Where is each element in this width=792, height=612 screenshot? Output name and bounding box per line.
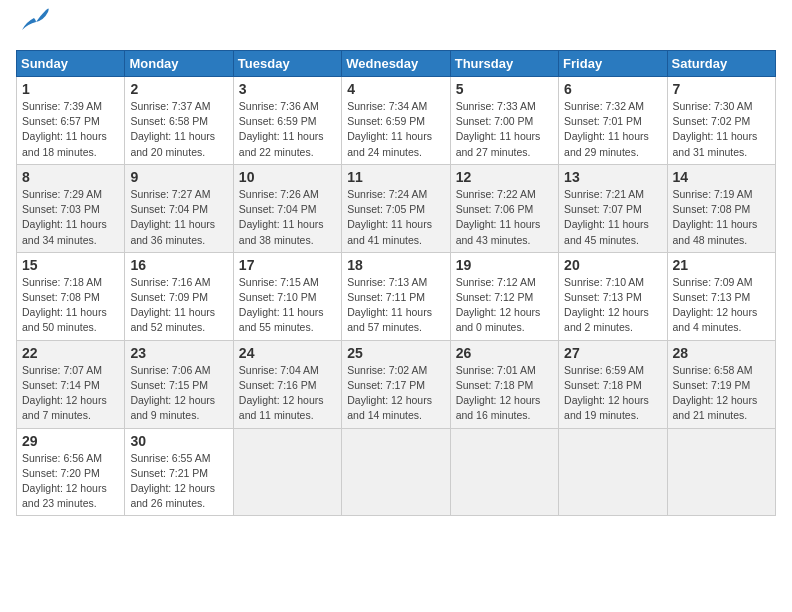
day-number: 3 xyxy=(239,81,336,97)
header-wednesday: Wednesday xyxy=(342,51,450,77)
calendar-cell: 7Sunrise: 7:30 AM Sunset: 7:02 PM Daylig… xyxy=(667,77,775,165)
day-number: 8 xyxy=(22,169,119,185)
calendar-cell: 29Sunrise: 6:56 AM Sunset: 7:20 PM Dayli… xyxy=(17,428,125,516)
calendar-cell xyxy=(667,428,775,516)
calendar-cell: 14Sunrise: 7:19 AM Sunset: 7:08 PM Dayli… xyxy=(667,164,775,252)
day-number: 19 xyxy=(456,257,553,273)
calendar-cell xyxy=(342,428,450,516)
calendar-cell: 1Sunrise: 7:39 AM Sunset: 6:57 PM Daylig… xyxy=(17,77,125,165)
calendar-cell: 17Sunrise: 7:15 AM Sunset: 7:10 PM Dayli… xyxy=(233,252,341,340)
day-number: 12 xyxy=(456,169,553,185)
calendar-cell: 10Sunrise: 7:26 AM Sunset: 7:04 PM Dayli… xyxy=(233,164,341,252)
calendar-cell: 25Sunrise: 7:02 AM Sunset: 7:17 PM Dayli… xyxy=(342,340,450,428)
calendar-cell: 19Sunrise: 7:12 AM Sunset: 7:12 PM Dayli… xyxy=(450,252,558,340)
day-number: 1 xyxy=(22,81,119,97)
day-number: 26 xyxy=(456,345,553,361)
day-info: Sunrise: 7:24 AM Sunset: 7:05 PM Dayligh… xyxy=(347,187,444,248)
day-info: Sunrise: 6:56 AM Sunset: 7:20 PM Dayligh… xyxy=(22,451,119,512)
day-info: Sunrise: 7:19 AM Sunset: 7:08 PM Dayligh… xyxy=(673,187,770,248)
header-monday: Monday xyxy=(125,51,233,77)
calendar-cell: 21Sunrise: 7:09 AM Sunset: 7:13 PM Dayli… xyxy=(667,252,775,340)
day-info: Sunrise: 7:32 AM Sunset: 7:01 PM Dayligh… xyxy=(564,99,661,160)
calendar-table: SundayMondayTuesdayWednesdayThursdayFrid… xyxy=(16,50,776,516)
day-info: Sunrise: 7:27 AM Sunset: 7:04 PM Dayligh… xyxy=(130,187,227,248)
day-number: 11 xyxy=(347,169,444,185)
day-number: 9 xyxy=(130,169,227,185)
calendar-cell: 8Sunrise: 7:29 AM Sunset: 7:03 PM Daylig… xyxy=(17,164,125,252)
day-info: Sunrise: 7:02 AM Sunset: 7:17 PM Dayligh… xyxy=(347,363,444,424)
calendar-cell: 6Sunrise: 7:32 AM Sunset: 7:01 PM Daylig… xyxy=(559,77,667,165)
calendar-week-row: 1Sunrise: 7:39 AM Sunset: 6:57 PM Daylig… xyxy=(17,77,776,165)
calendar-cell: 9Sunrise: 7:27 AM Sunset: 7:04 PM Daylig… xyxy=(125,164,233,252)
day-number: 18 xyxy=(347,257,444,273)
calendar-cell: 5Sunrise: 7:33 AM Sunset: 7:00 PM Daylig… xyxy=(450,77,558,165)
day-info: Sunrise: 7:21 AM Sunset: 7:07 PM Dayligh… xyxy=(564,187,661,248)
calendar-cell: 13Sunrise: 7:21 AM Sunset: 7:07 PM Dayli… xyxy=(559,164,667,252)
day-info: Sunrise: 7:22 AM Sunset: 7:06 PM Dayligh… xyxy=(456,187,553,248)
calendar-cell: 20Sunrise: 7:10 AM Sunset: 7:13 PM Dayli… xyxy=(559,252,667,340)
logo-bird-icon xyxy=(18,6,50,34)
day-info: Sunrise: 7:34 AM Sunset: 6:59 PM Dayligh… xyxy=(347,99,444,160)
calendar-cell: 24Sunrise: 7:04 AM Sunset: 7:16 PM Dayli… xyxy=(233,340,341,428)
day-info: Sunrise: 7:04 AM Sunset: 7:16 PM Dayligh… xyxy=(239,363,336,424)
day-number: 14 xyxy=(673,169,770,185)
day-info: Sunrise: 7:01 AM Sunset: 7:18 PM Dayligh… xyxy=(456,363,553,424)
day-info: Sunrise: 7:30 AM Sunset: 7:02 PM Dayligh… xyxy=(673,99,770,160)
day-info: Sunrise: 7:10 AM Sunset: 7:13 PM Dayligh… xyxy=(564,275,661,336)
day-number: 10 xyxy=(239,169,336,185)
calendar-cell: 11Sunrise: 7:24 AM Sunset: 7:05 PM Dayli… xyxy=(342,164,450,252)
day-info: Sunrise: 7:37 AM Sunset: 6:58 PM Dayligh… xyxy=(130,99,227,160)
calendar-cell: 15Sunrise: 7:18 AM Sunset: 7:08 PM Dayli… xyxy=(17,252,125,340)
day-info: Sunrise: 7:13 AM Sunset: 7:11 PM Dayligh… xyxy=(347,275,444,336)
day-number: 21 xyxy=(673,257,770,273)
header-tuesday: Tuesday xyxy=(233,51,341,77)
calendar-cell xyxy=(450,428,558,516)
day-info: Sunrise: 7:26 AM Sunset: 7:04 PM Dayligh… xyxy=(239,187,336,248)
day-info: Sunrise: 6:59 AM Sunset: 7:18 PM Dayligh… xyxy=(564,363,661,424)
calendar-cell: 30Sunrise: 6:55 AM Sunset: 7:21 PM Dayli… xyxy=(125,428,233,516)
calendar-header-row: SundayMondayTuesdayWednesdayThursdayFrid… xyxy=(17,51,776,77)
day-number: 25 xyxy=(347,345,444,361)
day-number: 2 xyxy=(130,81,227,97)
day-info: Sunrise: 7:16 AM Sunset: 7:09 PM Dayligh… xyxy=(130,275,227,336)
calendar-cell: 16Sunrise: 7:16 AM Sunset: 7:09 PM Dayli… xyxy=(125,252,233,340)
calendar-cell: 2Sunrise: 7:37 AM Sunset: 6:58 PM Daylig… xyxy=(125,77,233,165)
calendar-week-row: 29Sunrise: 6:56 AM Sunset: 7:20 PM Dayli… xyxy=(17,428,776,516)
calendar-cell: 28Sunrise: 6:58 AM Sunset: 7:19 PM Dayli… xyxy=(667,340,775,428)
header-sunday: Sunday xyxy=(17,51,125,77)
calendar-cell: 3Sunrise: 7:36 AM Sunset: 6:59 PM Daylig… xyxy=(233,77,341,165)
logo xyxy=(16,16,50,42)
day-number: 29 xyxy=(22,433,119,449)
calendar-cell: 23Sunrise: 7:06 AM Sunset: 7:15 PM Dayli… xyxy=(125,340,233,428)
calendar-cell: 18Sunrise: 7:13 AM Sunset: 7:11 PM Dayli… xyxy=(342,252,450,340)
calendar-cell: 26Sunrise: 7:01 AM Sunset: 7:18 PM Dayli… xyxy=(450,340,558,428)
day-number: 6 xyxy=(564,81,661,97)
day-number: 7 xyxy=(673,81,770,97)
day-info: Sunrise: 7:18 AM Sunset: 7:08 PM Dayligh… xyxy=(22,275,119,336)
calendar-cell: 12Sunrise: 7:22 AM Sunset: 7:06 PM Dayli… xyxy=(450,164,558,252)
day-number: 4 xyxy=(347,81,444,97)
day-number: 5 xyxy=(456,81,553,97)
day-info: Sunrise: 7:12 AM Sunset: 7:12 PM Dayligh… xyxy=(456,275,553,336)
day-number: 15 xyxy=(22,257,119,273)
header-saturday: Saturday xyxy=(667,51,775,77)
day-info: Sunrise: 6:58 AM Sunset: 7:19 PM Dayligh… xyxy=(673,363,770,424)
calendar-cell: 4Sunrise: 7:34 AM Sunset: 6:59 PM Daylig… xyxy=(342,77,450,165)
calendar-cell xyxy=(559,428,667,516)
day-number: 16 xyxy=(130,257,227,273)
day-info: Sunrise: 7:07 AM Sunset: 7:14 PM Dayligh… xyxy=(22,363,119,424)
day-number: 30 xyxy=(130,433,227,449)
day-number: 13 xyxy=(564,169,661,185)
header-thursday: Thursday xyxy=(450,51,558,77)
day-info: Sunrise: 7:06 AM Sunset: 7:15 PM Dayligh… xyxy=(130,363,227,424)
day-number: 20 xyxy=(564,257,661,273)
calendar-cell xyxy=(233,428,341,516)
day-number: 27 xyxy=(564,345,661,361)
day-info: Sunrise: 7:36 AM Sunset: 6:59 PM Dayligh… xyxy=(239,99,336,160)
page-header xyxy=(16,16,776,42)
day-number: 24 xyxy=(239,345,336,361)
calendar-week-row: 8Sunrise: 7:29 AM Sunset: 7:03 PM Daylig… xyxy=(17,164,776,252)
day-number: 22 xyxy=(22,345,119,361)
calendar-week-row: 22Sunrise: 7:07 AM Sunset: 7:14 PM Dayli… xyxy=(17,340,776,428)
day-info: Sunrise: 7:15 AM Sunset: 7:10 PM Dayligh… xyxy=(239,275,336,336)
